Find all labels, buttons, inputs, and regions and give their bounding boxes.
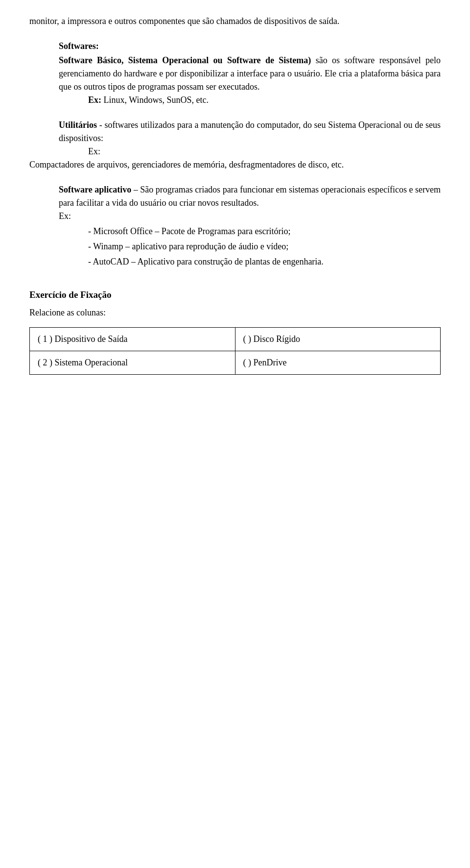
software-aplicativo-ex-label: Ex:	[59, 210, 441, 223]
utilitarios-ex-label: Ex:	[88, 145, 441, 158]
aplicativo-item-0-text: - Microsoft Office – Pacote de Programas…	[88, 226, 291, 236]
aplicativo-item-0: - Microsoft Office – Pacote de Programas…	[88, 225, 441, 238]
utilitarios-block: Utilitários - softwares utilizados para …	[59, 119, 441, 145]
table-cell-col2-row0: ( ) Disco Rígido	[235, 327, 441, 351]
page-content: monitor, a impressora e outros component…	[29, 15, 441, 375]
table-row: ( 1 ) Dispositivo de Saída ( ) Disco Ríg…	[30, 327, 441, 351]
softwares-example-text: Linux, Windows, SunOS, etc.	[104, 95, 209, 105]
table-cell-col1-row0: ( 1 ) Dispositivo de Saída	[30, 327, 235, 351]
table-row: ( 2 ) Sistema Operacional ( ) PenDrive	[30, 351, 441, 374]
software-basico-block: Software Básico, Sistema Operacional ou …	[59, 54, 441, 94]
ex-label-softwares: Ex:	[88, 95, 101, 105]
aplicativo-item-1-text: - Winamp – aplicativo para reprodução de…	[88, 241, 288, 251]
table-cell-col2-row1: ( ) PenDrive	[235, 351, 441, 374]
utilitarios-section: Utilitários - softwares utilizados para …	[29, 119, 441, 171]
aplicativo-item-1: - Winamp – aplicativo para reprodução de…	[88, 240, 441, 253]
softwares-example: Ex: Linux, Windows, SunOS, etc.	[88, 94, 441, 107]
intro-text: monitor, a impressora e outros component…	[29, 16, 339, 26]
exercise-section: Exercício de Fixação Relacione as coluna…	[29, 288, 441, 375]
table-cell-col1-row1: ( 2 ) Sistema Operacional	[30, 351, 235, 374]
aplicativo-item-2-text: - AutoCAD – Aplicativo para construção d…	[88, 257, 324, 266]
utilitarios-ex: Ex:	[88, 146, 100, 156]
utilitarios-label: Utilitários	[59, 120, 97, 130]
softwares-section: Softwares: Software Básico, Sistema Oper…	[29, 40, 441, 107]
aplicativo-ex: Ex:	[59, 211, 71, 221]
exercise-subtitle: Relacione as colunas:	[29, 306, 441, 319]
software-aplicativo-section: Software aplicativo – São programas cria…	[29, 183, 441, 268]
software-aplicativo-block: Software aplicativo – São programas cria…	[59, 183, 441, 210]
softwares-heading: Softwares:	[59, 40, 441, 53]
intro-paragraph: monitor, a impressora e outros component…	[29, 15, 441, 28]
software-aplicativo-label: Software aplicativo	[59, 185, 131, 194]
aplicativo-item-2: - AutoCAD – Aplicativo para construção d…	[88, 255, 441, 268]
match-table: ( 1 ) Dispositivo de Saída ( ) Disco Ríg…	[29, 327, 441, 375]
utilitarios-text: - softwares utilizados para a manutenção…	[59, 120, 441, 143]
software-basico-label: Software Básico, Sistema Operacional ou …	[59, 55, 311, 65]
exercise-title: Exercício de Fixação	[29, 288, 441, 302]
utilitarios-ex-content: Compactadores de arquivos, gerenciadores…	[29, 160, 344, 169]
utilitarios-ex-text: Compactadores de arquivos, gerenciadores…	[29, 158, 441, 171]
